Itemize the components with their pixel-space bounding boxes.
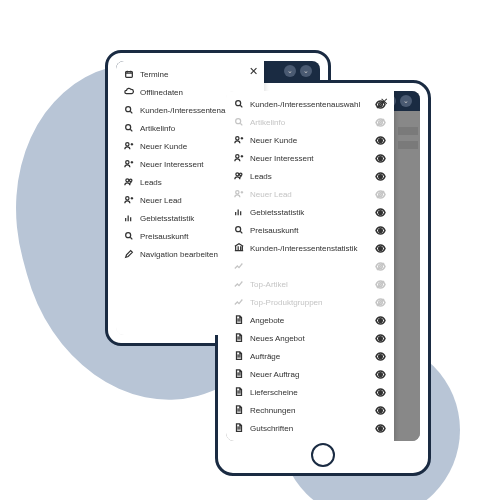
chart-icon <box>234 279 244 289</box>
user-plus-icon <box>234 189 244 199</box>
nav-item[interactable]: Rechnungen <box>226 401 394 419</box>
svg-point-14 <box>379 138 383 142</box>
nav-item-label: Neuer Kunde <box>140 142 187 151</box>
nav-item-label: Gebietsstatistik <box>140 214 194 223</box>
nav-item-label: Aufträge <box>250 352 369 361</box>
nav-item[interactable]: Gebietsstatistik <box>226 203 394 221</box>
svg-rect-0 <box>126 72 133 78</box>
search-icon <box>124 123 134 133</box>
nav-item-label: Kunden-/Interessentenauswahl <box>250 100 369 109</box>
nav-item[interactable]: Top-Artikel <box>226 275 394 293</box>
nav-item[interactable]: Leads <box>226 167 394 185</box>
close-icon[interactable]: ✕ <box>249 65 258 78</box>
svg-point-24 <box>379 228 383 232</box>
nav-item[interactable]: Aufträge <box>226 347 394 365</box>
nav-item-label: Neuer Lead <box>140 196 182 205</box>
nav-item-label: Kunden-/Interessentenstatistik <box>250 244 369 253</box>
nav-item[interactable]: Termine <box>116 65 264 83</box>
nav-item[interactable]: Kunden-/Interessentenstatistik <box>226 239 394 257</box>
nav-item[interactable]: Neuer Interessent <box>226 149 394 167</box>
svg-point-7 <box>126 197 129 200</box>
visibility-toggle-icon[interactable] <box>375 261 386 272</box>
doc-icon <box>234 387 244 397</box>
nav-item[interactable]: Preisauskunft <box>226 221 394 239</box>
svg-point-5 <box>126 179 129 182</box>
nav-item[interactable]: Kunden-/Interessentenauswahl <box>226 95 394 113</box>
nav-item[interactable]: Gutschriften <box>226 419 394 437</box>
svg-point-32 <box>379 372 383 376</box>
nav-item[interactable]: Artikelinfo <box>226 113 394 131</box>
doc-icon <box>234 351 244 361</box>
svg-point-17 <box>236 173 239 176</box>
svg-point-9 <box>236 101 241 106</box>
visibility-toggle-icon[interactable] <box>375 333 386 344</box>
doc-icon <box>234 315 244 325</box>
svg-point-1 <box>126 107 131 112</box>
user-plus-icon <box>124 159 134 169</box>
nav-item-label: Top-Produktgruppen <box>250 298 369 307</box>
visibility-toggle-icon[interactable] <box>375 423 386 434</box>
nav-item-label: Neuer Lead <box>250 190 369 199</box>
nav-item-label: Neuer Interessent <box>140 160 204 169</box>
svg-point-15 <box>236 155 239 158</box>
doc-icon <box>234 405 244 415</box>
phone-background <box>394 111 420 441</box>
nav-item[interactable]: Lieferscheine <box>226 383 394 401</box>
visibility-toggle-icon[interactable] <box>375 225 386 236</box>
visibility-toggle-icon[interactable] <box>375 351 386 362</box>
users-icon <box>234 171 244 181</box>
svg-point-11 <box>236 119 241 124</box>
nav-item-label: Gutschriften <box>250 424 369 433</box>
doc-icon <box>234 333 244 343</box>
visibility-toggle-icon[interactable] <box>375 153 386 164</box>
svg-point-8 <box>126 233 131 238</box>
svg-point-31 <box>379 354 383 358</box>
close-icon[interactable]: ✕ <box>380 96 388 107</box>
visibility-toggle-icon[interactable] <box>375 405 386 416</box>
search-icon <box>234 225 244 235</box>
nav-item[interactable]: Top-Produktgruppen <box>226 293 394 311</box>
nav-item-label: Preisauskunft <box>250 226 369 235</box>
search-icon <box>234 99 244 109</box>
visibility-toggle-icon[interactable] <box>375 369 386 380</box>
visibility-toggle-icon[interactable] <box>375 117 386 128</box>
svg-point-19 <box>379 174 383 178</box>
home-button[interactable] <box>311 443 335 467</box>
nav-item[interactable]: Neuer Lead <box>226 185 394 203</box>
nav-item[interactable]: Neuer Auftrag <box>226 365 394 383</box>
visibility-toggle-icon[interactable] <box>375 315 386 326</box>
svg-point-34 <box>379 408 383 412</box>
nav-item-label: Angebote <box>250 316 369 325</box>
nav-item[interactable]: Angebote <box>226 311 394 329</box>
chart-icon <box>234 261 244 271</box>
nav-item-label: Navigation bearbeiten <box>140 250 218 259</box>
nav-item-label: Leads <box>140 178 162 187</box>
status-icon: ⌄ <box>284 65 296 77</box>
visibility-toggle-icon[interactable] <box>375 189 386 200</box>
bars-icon <box>124 213 134 223</box>
nav-item[interactable] <box>226 257 394 275</box>
visibility-toggle-icon[interactable] <box>375 171 386 182</box>
nav-item-label: Rechnungen <box>250 406 369 415</box>
nav-item-label: Termine <box>140 70 168 79</box>
nav-item-label: Top-Artikel <box>250 280 369 289</box>
nav-item-label: Offlinedaten <box>140 88 183 97</box>
nav-item[interactable]: Neuer Kunde <box>226 131 394 149</box>
nav-item[interactable]: Neues Angebot <box>226 329 394 347</box>
user-plus-icon <box>234 153 244 163</box>
visibility-toggle-icon[interactable] <box>375 243 386 254</box>
visibility-toggle-icon[interactable] <box>375 135 386 146</box>
visibility-toggle-icon[interactable] <box>375 297 386 308</box>
user-plus-icon <box>234 135 244 145</box>
svg-point-3 <box>126 143 129 146</box>
visibility-toggle-icon[interactable] <box>375 207 386 218</box>
visibility-toggle-icon[interactable] <box>375 387 386 398</box>
svg-point-25 <box>379 246 383 250</box>
visibility-toggle-icon[interactable] <box>375 279 386 290</box>
visibility-toggle-icon[interactable] <box>375 441 386 442</box>
users-icon <box>124 177 134 187</box>
calendar-icon <box>124 69 134 79</box>
svg-point-13 <box>236 137 239 140</box>
nav-item[interactable]: Reklamationen <box>226 437 394 441</box>
phone-screen: ⌄ ⌄ ✕ Kunden-/InteressentenauswahlArtike… <box>226 91 420 441</box>
